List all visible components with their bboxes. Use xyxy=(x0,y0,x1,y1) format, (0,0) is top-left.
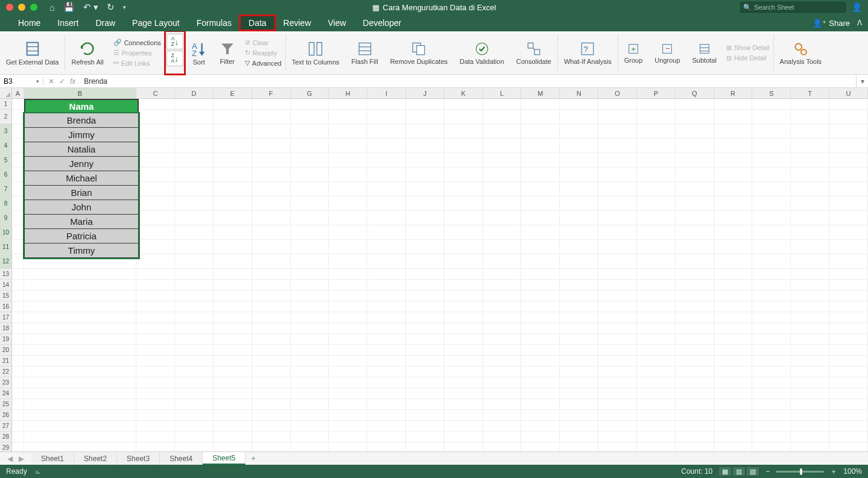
row-header-20[interactable]: 20 xyxy=(0,345,12,356)
what-if-button[interactable]: ? What-If Analysis xyxy=(558,31,618,74)
data-column-b[interactable]: NamaBrendaJimmyNataliaJennyMichaelBrianJ… xyxy=(24,99,139,258)
page-break-view-button[interactable]: ▧ xyxy=(746,467,759,476)
table-row[interactable]: Timmy xyxy=(24,244,139,258)
row-header-14[interactable]: 14 xyxy=(0,280,12,291)
qat-dropdown-icon[interactable]: ▾ xyxy=(123,4,126,10)
sort-button[interactable]: AZ Sort xyxy=(185,31,214,74)
table-row[interactable]: Brenda xyxy=(24,113,139,128)
table-row[interactable]: Patricia xyxy=(24,229,139,244)
row-header-16[interactable]: 16 xyxy=(0,301,12,312)
fx-icon[interactable]: fx xyxy=(70,77,75,86)
prev-sheet-icon[interactable]: ◀ xyxy=(7,454,13,463)
column-header-U[interactable]: U xyxy=(829,88,868,99)
get-external-data-button[interactable]: Get External Data xyxy=(0,31,65,74)
search-input[interactable]: 🔍 Search Sheet xyxy=(740,2,846,13)
spreadsheet-grid[interactable]: ABCDEFGHIJKLMNOPQRSTU 123456789101112131… xyxy=(0,88,868,451)
tab-draw[interactable]: Draw xyxy=(87,16,124,30)
row-header-17[interactable]: 17 xyxy=(0,312,12,323)
minimize-window-icon[interactable] xyxy=(18,4,25,11)
name-box[interactable]: B3 ▾ xyxy=(0,77,43,86)
add-sheet-button[interactable]: ＋ xyxy=(246,453,261,464)
tab-insert[interactable]: Insert xyxy=(49,16,87,30)
row-header-29[interactable]: 29 xyxy=(0,442,12,451)
column-header-K[interactable]: K xyxy=(445,88,483,99)
column-header-M[interactable]: M xyxy=(521,88,560,99)
tab-data[interactable]: Data xyxy=(240,16,275,30)
tab-view[interactable]: View xyxy=(320,16,355,30)
data-validation-button[interactable]: Data Validation xyxy=(454,31,510,74)
tab-review[interactable]: Review xyxy=(275,16,320,30)
group-button[interactable]: + Group xyxy=(618,31,649,74)
row-header-2[interactable]: 2 xyxy=(0,110,12,124)
row-header-13[interactable]: 13 xyxy=(0,269,12,280)
row-header-18[interactable]: 18 xyxy=(0,323,12,334)
row-header-3[interactable]: 3 xyxy=(0,124,12,139)
column-header-O[interactable]: O xyxy=(598,88,637,99)
subtotal-button[interactable]: Subtotal xyxy=(686,31,723,74)
namebox-dropdown-icon[interactable]: ▾ xyxy=(36,78,39,84)
normal-view-button[interactable]: ▦ xyxy=(718,467,732,476)
collapse-ribbon-icon[interactable]: ᐱ xyxy=(857,19,862,27)
enter-formula-icon[interactable]: ✓ xyxy=(59,77,65,86)
row-header-10[interactable]: 10 xyxy=(0,225,12,240)
row-header-6[interactable]: 6 xyxy=(0,168,12,182)
row-header-21[interactable]: 21 xyxy=(0,356,12,366)
consolidate-button[interactable]: Consolidate xyxy=(510,31,557,74)
next-sheet-icon[interactable]: ▶ xyxy=(19,454,24,463)
column-header-D[interactable]: D xyxy=(175,88,214,99)
analysis-tools-button[interactable]: Analysis Tools xyxy=(774,31,828,74)
row-header-19[interactable]: 19 xyxy=(0,334,12,345)
row-header-9[interactable]: 9 xyxy=(0,211,12,225)
row-header-24[interactable]: 24 xyxy=(0,388,12,399)
tab-formulas[interactable]: Formulas xyxy=(188,16,240,30)
row-header-23[interactable]: 23 xyxy=(0,377,12,388)
column-header-H[interactable]: H xyxy=(329,88,367,99)
row-header-7[interactable]: 7 xyxy=(0,182,12,197)
row-header-8[interactable]: 8 xyxy=(0,197,12,211)
sheet-tab-sheet1[interactable]: Sheet1 xyxy=(31,452,74,465)
remove-duplicates-button[interactable]: Remove Duplicates xyxy=(384,31,454,74)
row-header-1[interactable]: 1 xyxy=(0,99,12,110)
column-header-A[interactable]: A xyxy=(12,88,24,99)
page-layout-view-button[interactable]: ▥ xyxy=(732,467,746,476)
row-header-5[interactable]: 5 xyxy=(0,153,12,168)
select-all-corner[interactable] xyxy=(0,88,12,99)
save-icon[interactable]: 💾 xyxy=(63,2,75,13)
column-header-R[interactable]: R xyxy=(714,88,753,99)
sheet-tab-sheet5[interactable]: Sheet5 xyxy=(203,452,246,465)
cell-grid[interactable] xyxy=(12,99,868,451)
zoom-in-button[interactable]: ＋ xyxy=(830,467,837,477)
table-row[interactable]: Michael xyxy=(24,171,139,186)
row-header-28[interactable]: 28 xyxy=(0,432,12,442)
home-icon[interactable]: ⌂ xyxy=(49,2,55,13)
sort-descending-button[interactable]: ZA↓ xyxy=(166,51,183,66)
flash-fill-button[interactable]: Flash Fill xyxy=(346,31,384,74)
formula-input[interactable]: Brenda xyxy=(80,77,856,86)
zoom-out-button[interactable]: − xyxy=(765,467,770,476)
user-account-icon[interactable]: 👤 xyxy=(852,2,862,12)
row-header-26[interactable]: 26 xyxy=(0,410,12,421)
table-row[interactable]: Maria xyxy=(24,215,139,229)
table-row[interactable]: John xyxy=(24,200,139,215)
zoom-slider[interactable] xyxy=(776,471,824,473)
sheet-tab-sheet3[interactable]: Sheet3 xyxy=(117,452,160,465)
column-header-F[interactable]: F xyxy=(252,88,291,99)
table-row[interactable]: Brian xyxy=(24,186,139,200)
tab-page-layout[interactable]: Page Layout xyxy=(124,16,188,30)
column-header-N[interactable]: N xyxy=(560,88,598,99)
column-header-E[interactable]: E xyxy=(214,88,252,99)
column-header-S[interactable]: S xyxy=(752,88,791,99)
column-header-J[interactable]: J xyxy=(406,88,445,99)
tab-developer[interactable]: Developer xyxy=(355,16,410,30)
column-header-C[interactable]: C xyxy=(136,88,175,99)
cancel-formula-icon[interactable]: ✕ xyxy=(48,77,54,86)
column-header-G[interactable]: G xyxy=(291,88,329,99)
row-header-4[interactable]: 4 xyxy=(0,139,12,153)
share-button[interactable]: 👤⁺ Share xyxy=(813,19,850,28)
advanced-filter-button[interactable]: ▽Advanced xyxy=(245,59,282,67)
ungroup-button[interactable]: − Ungroup xyxy=(648,31,686,74)
accessibility-icon[interactable]: ⎁ xyxy=(36,467,40,476)
text-to-columns-button[interactable]: Text to Columns xyxy=(286,31,346,74)
refresh-all-button[interactable]: Refresh All xyxy=(65,31,109,74)
column-header-B[interactable]: B xyxy=(24,88,137,99)
